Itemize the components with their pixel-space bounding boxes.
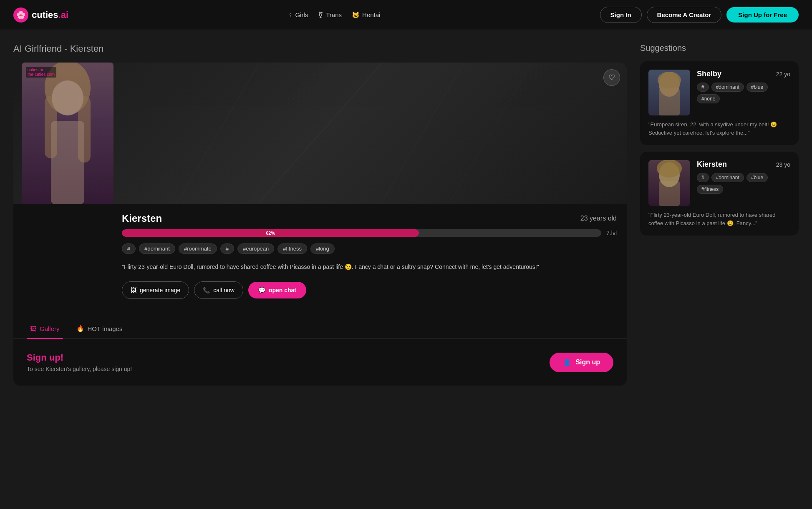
- profile-photo: [22, 63, 113, 204]
- suggestion-name-kiersten: Kiersten: [697, 160, 727, 169]
- nav-links: ♀ Girls ⚧ Trans 🐱 Hentai: [82, 11, 586, 19]
- kiersten-sidebar-avatar: [648, 160, 690, 206]
- fire-icon: 🔥: [76, 325, 84, 332]
- xp-level: 7.lvl: [606, 230, 617, 236]
- tag-european: #european: [237, 243, 274, 254]
- tag-fitness: #fitness: [277, 243, 307, 254]
- phone-icon: 📞: [203, 287, 210, 293]
- profile-name: Kiersten: [122, 213, 162, 224]
- card-info: Kiersten 23 years old 62% 7.lvl # #domin…: [13, 204, 627, 309]
- suggestion-img-kiersten: [648, 160, 690, 206]
- logo[interactable]: 🌸 cuties.ai: [13, 8, 68, 23]
- signup-text-block: Sign up! To see Kiersten's gallery, plea…: [27, 352, 132, 372]
- svg-point-19: [657, 160, 682, 178]
- tab-gallery[interactable]: 🖼 Gallery: [27, 319, 63, 339]
- suggestion-age-kiersten: 23 yo: [776, 161, 790, 168]
- trans-icon: ⚧: [318, 11, 323, 19]
- svg-rect-18: [659, 181, 680, 206]
- nav-trans[interactable]: ⚧ Trans: [318, 11, 342, 19]
- page-title: AI Girlfriend - Kiersten: [13, 43, 627, 54]
- logo-text: cuties.ai: [32, 10, 68, 20]
- sign-in-button[interactable]: Sign In: [600, 7, 642, 23]
- tag-dominant: #dominant: [139, 243, 175, 254]
- shelby-tag-none: #none: [697, 94, 720, 103]
- suggestion-header-shelby: Shelby 22 yo: [697, 70, 790, 78]
- svg-rect-14: [659, 88, 680, 115]
- svg-point-15: [658, 72, 681, 88]
- call-now-button[interactable]: 📞 call now: [194, 281, 243, 299]
- generate-image-button[interactable]: 🖼 generate image: [122, 281, 189, 299]
- heart-icon: ♡: [608, 73, 615, 82]
- suggestion-info-shelby: Shelby 22 yo # #dominant #blue #none: [697, 70, 790, 115]
- action-buttons: 🖼 generate image 📞 call now 💬 open chat: [122, 281, 617, 299]
- suggestion-info-kiersten: Kiersten 23 yo # #dominant #blue #fitnes…: [697, 160, 790, 206]
- hentai-icon: 🐱: [352, 11, 360, 19]
- signup-heading: Sign up!: [27, 352, 132, 363]
- tag-long: #long: [310, 243, 335, 254]
- suggestion-img-shelby: [648, 70, 690, 115]
- shelby-tag-hash: #: [697, 83, 709, 92]
- nav-girls[interactable]: ♀ Girls: [288, 11, 308, 18]
- svg-point-10: [52, 80, 83, 115]
- suggestion-card-shelby: Shelby 22 yo # #dominant #blue #none "Eu…: [640, 61, 799, 145]
- profile-card: ♡: [13, 63, 627, 386]
- suggestion-bio-shelby: "European siren, 22, with a skydive unde…: [648, 120, 790, 137]
- kiersten-tag-fitness: #fitness: [697, 185, 723, 194]
- nav-actions: Sign In Become A Creator Sign Up for Fre…: [600, 7, 799, 23]
- suggestion-tags-shelby: # #dominant #blue #none: [697, 83, 790, 103]
- sidebar: Suggestions: [640, 43, 799, 386]
- suggestion-top-shelby: Shelby 22 yo # #dominant #blue #none: [648, 70, 790, 115]
- suggestion-card-kiersten: Kiersten 23 yo # #dominant #blue #fitnes…: [640, 152, 799, 236]
- profile-avatar-svg: [22, 63, 113, 204]
- tag-hash2: #: [220, 243, 234, 254]
- signup-button[interactable]: 👤 Sign up: [550, 353, 613, 372]
- kiersten-tag-dominant: #dominant: [711, 173, 744, 182]
- logo-icon: 🌸: [13, 8, 28, 23]
- kiersten-tag-blue: #blue: [746, 173, 768, 182]
- shelby-tag-dominant: #dominant: [711, 83, 744, 92]
- signup-section: Sign up! To see Kiersten's gallery, plea…: [13, 339, 627, 386]
- suggestion-header-kiersten: Kiersten 23 yo: [697, 160, 790, 169]
- become-creator-button[interactable]: Become A Creator: [647, 7, 722, 23]
- profile-tags: # #dominant #roommate # #european #fitne…: [122, 243, 617, 254]
- generate-icon: 🖼: [131, 287, 136, 293]
- nav-hentai[interactable]: 🐱 Hentai: [352, 11, 380, 19]
- kiersten-tag-hash: #: [697, 173, 709, 182]
- suggestion-bio-kiersten: "Flirty 23-year-old Euro Doll, rumored t…: [648, 211, 790, 227]
- profile-age: 23 years old: [580, 215, 617, 222]
- xp-bar-fill: 62%: [122, 229, 419, 237]
- suggestion-tags-kiersten: # #dominant #blue #fitness: [697, 173, 790, 194]
- shelby-avatar: [648, 70, 690, 115]
- card-hero: ♡: [13, 63, 627, 204]
- suggestion-age-shelby: 22 yo: [776, 71, 790, 78]
- girls-icon: ♀: [288, 11, 293, 18]
- gallery-icon: 🖼: [30, 325, 36, 332]
- profile-header: Kiersten 23 years old: [122, 213, 617, 224]
- tab-hot-images[interactable]: 🔥 HOT images: [73, 319, 126, 339]
- svg-rect-11: [51, 121, 84, 204]
- main-layout: AI Girlfriend - Kiersten ♡: [0, 30, 812, 399]
- suggestion-top-kiersten: Kiersten 23 yo # #dominant #blue #fitnes…: [648, 160, 790, 206]
- chat-icon: 💬: [258, 287, 265, 293]
- tabs: 🖼 Gallery 🔥 HOT images: [13, 319, 627, 339]
- profile-bio: "Flirty 23-year-old Euro Doll, rumored t…: [122, 262, 617, 271]
- navbar: 🌸 cuties.ai ♀ Girls ⚧ Trans 🐱 Hentai Sig…: [0, 0, 812, 30]
- favorite-button[interactable]: ♡: [603, 69, 620, 86]
- tag-hash1: #: [122, 243, 136, 254]
- signup-free-button[interactable]: Sign Up for Free: [726, 7, 799, 23]
- xp-bar-container: 62% 7.lvl: [122, 229, 617, 237]
- shelby-tag-blue: #blue: [746, 83, 768, 92]
- content-area: AI Girlfriend - Kiersten ♡: [13, 43, 627, 386]
- xp-bar-track: 62%: [122, 229, 601, 237]
- sidebar-title: Suggestions: [640, 43, 799, 53]
- suggestion-name-shelby: Shelby: [697, 70, 721, 78]
- tag-roommate: #roommate: [179, 243, 217, 254]
- signup-subtext: To see Kiersten's gallery, please sign u…: [27, 366, 132, 372]
- user-icon: 👤: [563, 359, 571, 366]
- watermark: cuties.aithe-cuties.com: [26, 67, 56, 78]
- open-chat-button[interactable]: 💬 open chat: [248, 282, 306, 298]
- profile-image: cuties.aithe-cuties.com: [22, 63, 113, 204]
